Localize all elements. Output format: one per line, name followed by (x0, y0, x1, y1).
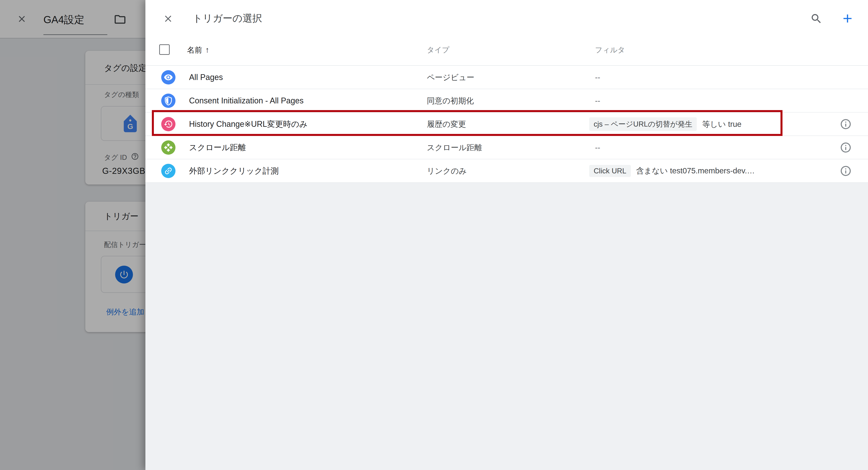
add-trigger-icon[interactable] (841, 11, 855, 25)
filter-condition-text: 等しい true (702, 119, 742, 129)
trigger-filter: Click URL 含まない test075.members-dev.… (589, 165, 755, 177)
trigger-row-all-pages[interactable]: All Pages ページビュー -- (146, 66, 868, 89)
trigger-name: 外部リンククリック計測 (189, 165, 279, 176)
column-header-type[interactable]: タイプ (427, 45, 450, 55)
table-header: 名前↑ タイプ フィルタ (146, 33, 868, 66)
trigger-name: All Pages (189, 72, 223, 82)
trigger-list: All Pages ページビュー -- Consent Initializati… (146, 66, 868, 183)
pageview-eye-icon (161, 70, 176, 85)
trigger-name: スクロール距離 (189, 142, 246, 153)
filter-variable-chip: cjs – ページURLの切替が発生 (589, 117, 697, 131)
trigger-selection-panel: トリガーの選択 名前↑ タイプ フィルタ All Pages (146, 0, 868, 470)
history-icon (161, 117, 176, 131)
sort-ascending-icon: ↑ (205, 45, 209, 54)
filter-variable-chip: Click URL (589, 165, 631, 177)
info-icon[interactable] (840, 118, 852, 130)
trigger-name: History Change※URL変更時のみ (189, 119, 308, 129)
trigger-type: ページビュー (427, 72, 474, 83)
trigger-type: スクロール距離 (427, 142, 482, 153)
select-all-checkbox[interactable] (159, 45, 170, 55)
close-panel-icon[interactable] (163, 13, 174, 24)
trigger-row-scroll-depth[interactable]: スクロール距離 スクロール距離 -- (146, 136, 868, 159)
filter-empty-value: -- (595, 143, 600, 152)
consent-shield-icon (161, 94, 176, 108)
trigger-filter: cjs – ページURLの切替が発生 等しい true (589, 117, 742, 131)
panel-title: トリガーの選択 (193, 12, 262, 25)
trigger-filter: -- (589, 96, 600, 105)
gtm-screen: GA4設定 タグの設定 タグの種類 G タグ ID (0, 0, 868, 470)
trigger-type: 履歴の変更 (427, 119, 466, 129)
info-icon[interactable] (840, 165, 852, 177)
column-header-filter[interactable]: フィルタ (595, 45, 625, 55)
trigger-type: 同意の初期化 (427, 95, 474, 106)
link-icon (161, 164, 176, 178)
trigger-row-history-change[interactable]: History Change※URL変更時のみ 履歴の変更 cjs – ページU… (146, 113, 868, 136)
modal-scrim[interactable] (0, 0, 146, 470)
trigger-name: Consent Initialization - All Pages (189, 96, 304, 106)
trigger-row-external-link[interactable]: 外部リンククリック計測 リンクのみ Click URL 含まない test075… (146, 159, 868, 183)
filter-condition-text: 含まない test075.members-dev.… (636, 166, 755, 176)
scroll-depth-icon (161, 140, 176, 155)
trigger-row-consent-init[interactable]: Consent Initialization - All Pages 同意の初期… (146, 89, 868, 113)
trigger-filter: -- (589, 73, 600, 82)
panel-header: トリガーの選択 (146, 0, 868, 33)
name-column-label: 名前 (187, 46, 202, 54)
filter-empty-value: -- (595, 73, 600, 82)
trigger-filter: -- (589, 143, 600, 152)
search-icon[interactable] (810, 12, 823, 25)
filter-empty-value: -- (595, 96, 600, 105)
column-header-name[interactable]: 名前↑ (187, 45, 209, 55)
info-icon[interactable] (840, 142, 852, 153)
trigger-type: リンクのみ (427, 166, 467, 176)
